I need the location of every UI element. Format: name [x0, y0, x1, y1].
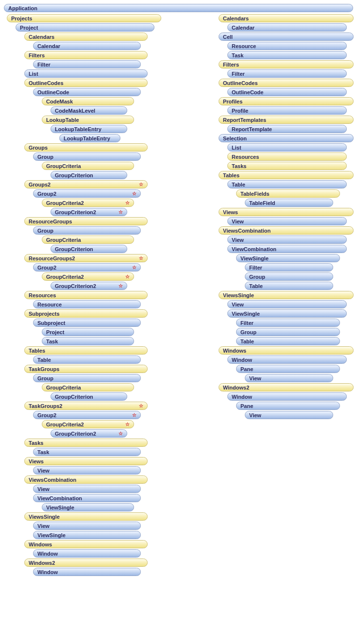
node-task-groups[interactable]: TaskGroups: [24, 365, 148, 373]
node-calendars[interactable]: Calendars: [219, 14, 354, 22]
node-list[interactable]: List: [227, 143, 347, 152]
node-view-single[interactable]: ViewSingle: [33, 531, 141, 539]
node-view-single[interactable]: ViewSingle: [236, 254, 340, 262]
node-report-template[interactable]: ReportTemplate: [227, 125, 347, 133]
node-windows[interactable]: Windows: [219, 346, 354, 355]
node-project[interactable]: Project: [16, 23, 154, 32]
node-view[interactable]: View: [33, 466, 141, 475]
node-window[interactable]: Window: [33, 568, 141, 576]
node-groups2[interactable]: Groups2☆: [24, 180, 148, 188]
node-window[interactable]: Window: [227, 392, 347, 401]
node-code-mask-level[interactable]: CodeMaskLevel: [51, 106, 127, 115]
node-application[interactable]: Application: [4, 4, 353, 12]
node-group-criterion[interactable]: GroupCriterion: [51, 245, 127, 253]
node-profiles[interactable]: Profiles: [219, 97, 354, 105]
node-filter[interactable]: Filter: [245, 263, 333, 271]
node-resource-groups[interactable]: ResourceGroups: [24, 217, 148, 225]
node-filter[interactable]: Filter: [236, 319, 340, 327]
node-view-single[interactable]: ViewSingle: [227, 309, 347, 318]
node-view-combination[interactable]: ViewCombination: [227, 245, 347, 253]
node-view[interactable]: View: [33, 485, 141, 493]
node-table[interactable]: Table: [245, 282, 333, 290]
node-list[interactable]: List: [24, 69, 148, 78]
node-table-field[interactable]: TableField: [245, 199, 333, 207]
node-lookup-table-entry[interactable]: LookupTableEntry: [59, 134, 120, 142]
node-task-groups2[interactable]: TaskGroups2☆: [24, 402, 148, 410]
node-projects[interactable]: Projects: [7, 14, 161, 22]
node-group[interactable]: Group: [236, 328, 340, 336]
node-tasks[interactable]: Tasks: [24, 439, 148, 447]
node-views-combination[interactable]: ViewsCombination: [219, 226, 354, 235]
node-group[interactable]: Group: [33, 226, 141, 235]
node-resource[interactable]: Resource: [33, 300, 141, 308]
node-group-criteria2[interactable]: GroupCriteria2☆: [42, 420, 134, 428]
node-tasks[interactable]: Tasks: [227, 162, 347, 170]
node-group[interactable]: Group: [245, 272, 333, 281]
node-group-criterion2[interactable]: GroupCriterion2☆: [51, 429, 127, 438]
node-group[interactable]: Group: [33, 374, 141, 382]
node-profile[interactable]: Profile: [227, 106, 347, 115]
node-table[interactable]: Table: [236, 337, 340, 345]
node-view[interactable]: View: [227, 236, 347, 244]
node-group-criteria[interactable]: GroupCriteria: [42, 162, 134, 170]
node-outline-code[interactable]: OutlineCode: [227, 88, 347, 96]
node-lookup-table[interactable]: LookupTable: [42, 116, 134, 124]
node-views-combination[interactable]: ViewsCombination: [24, 475, 148, 484]
node-pane[interactable]: Pane: [236, 402, 340, 410]
node-views-single[interactable]: ViewsSingle: [24, 512, 148, 521]
node-filters[interactable]: Filters: [24, 51, 148, 59]
node-view-single[interactable]: ViewSingle: [42, 503, 134, 511]
node-outline-codes[interactable]: OutlineCodes: [219, 79, 354, 87]
node-filters[interactable]: Filters: [219, 60, 354, 68]
node-calendar[interactable]: Calendar: [227, 23, 347, 32]
node-group2[interactable]: Group2☆: [33, 263, 141, 271]
node-code-mask[interactable]: CodeMask: [42, 97, 134, 105]
node-resource-groups2[interactable]: ResourceGroups2☆: [24, 254, 148, 262]
node-calendar[interactable]: Calendar: [33, 42, 141, 50]
node-cell[interactable]: Cell: [219, 33, 354, 41]
node-group-criteria[interactable]: GroupCriteria: [42, 383, 134, 391]
node-table-fields[interactable]: TableFields: [236, 189, 340, 198]
node-report-templates[interactable]: ReportTemplates: [219, 116, 354, 124]
node-task[interactable]: Task: [42, 337, 134, 345]
node-task[interactable]: Task: [33, 448, 141, 456]
node-windows2[interactable]: Windows2: [24, 559, 148, 567]
node-views[interactable]: Views: [24, 457, 148, 465]
node-view[interactable]: View: [227, 300, 347, 308]
node-table[interactable]: Table: [227, 180, 347, 188]
node-subproject[interactable]: Subproject: [33, 319, 141, 327]
node-view[interactable]: View: [245, 411, 333, 419]
node-group-criterion2[interactable]: GroupCriterion2☆: [51, 208, 127, 216]
node-resource[interactable]: Resource: [227, 42, 347, 50]
node-views[interactable]: Views: [219, 208, 354, 216]
node-task[interactable]: Task: [227, 51, 347, 59]
node-view[interactable]: View: [227, 217, 347, 225]
node-tables[interactable]: Tables: [219, 171, 354, 179]
node-outline-code[interactable]: OutlineCode: [33, 88, 141, 96]
node-group2[interactable]: Group2☆: [33, 411, 141, 419]
node-window[interactable]: Window: [33, 549, 141, 558]
node-view[interactable]: View: [245, 374, 333, 382]
node-group-criterion[interactable]: GroupCriterion: [51, 392, 127, 401]
node-pane[interactable]: Pane: [236, 365, 340, 373]
node-groups[interactable]: Groups: [24, 143, 148, 152]
node-tables[interactable]: Tables: [24, 346, 148, 355]
node-group-criteria[interactable]: GroupCriteria: [42, 236, 134, 244]
node-group-criteria2[interactable]: GroupCriteria2☆: [42, 272, 134, 281]
node-resources[interactable]: Resources: [227, 153, 347, 161]
node-views-single[interactable]: ViewsSingle: [219, 291, 354, 299]
node-group2[interactable]: Group2☆: [33, 189, 141, 198]
node-lookup-table-entry[interactable]: LookupTableEntry: [51, 125, 127, 133]
node-group-criterion2[interactable]: GroupCriterion2☆: [51, 282, 127, 290]
node-windows[interactable]: Windows: [24, 540, 148, 548]
node-window[interactable]: Window: [227, 356, 347, 364]
node-group-criterion[interactable]: GroupCriterion: [51, 171, 127, 179]
node-view-combination[interactable]: ViewCombination: [33, 494, 141, 502]
node-filter[interactable]: Filter: [33, 60, 141, 68]
node-calendars[interactable]: Calendars: [24, 33, 148, 41]
node-windows2[interactable]: Windows2: [219, 383, 354, 391]
node-table[interactable]: Table: [33, 356, 141, 364]
node-subprojects[interactable]: Subprojects: [24, 309, 148, 318]
node-group[interactable]: Group: [33, 153, 141, 161]
node-outline-codes[interactable]: OutlineCodes: [24, 79, 148, 87]
